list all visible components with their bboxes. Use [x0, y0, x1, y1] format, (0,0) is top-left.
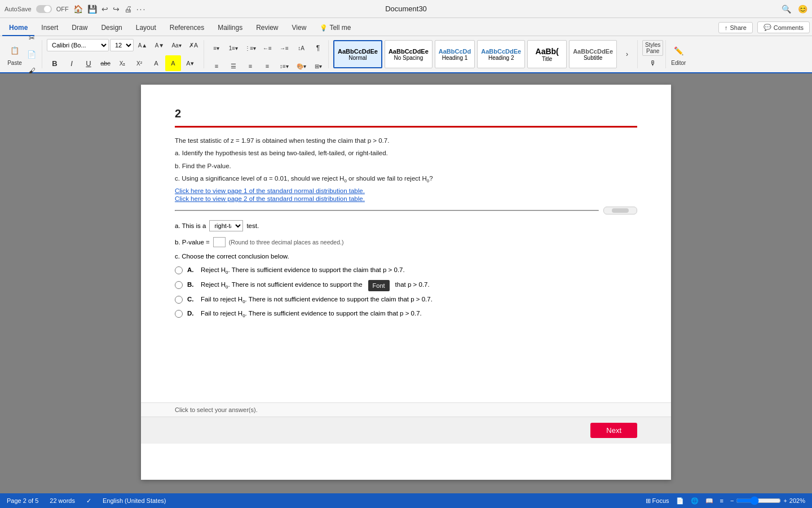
zoom-in-button[interactable]: + — [783, 497, 787, 504]
tab-references[interactable]: References — [163, 20, 211, 36]
text-effects-button[interactable]: A▾ — [182, 55, 198, 71]
style-subtitle[interactable]: AaBbCcDdEe Subtitle — [569, 40, 617, 68]
paragraph-group: ≡▾ 1≡▾ ⋮≡▾ ←≡ →≡ ↕A ¶ ≡ ☰ ≡ ≡ ↕≡▾ 🎨▾ ⊞▾ — [206, 40, 329, 68]
strikethrough-button[interactable]: abc — [98, 55, 113, 71]
toolbar: 📋 Paste ✂ 📄 🖌 Calibri (Bo... 12 A▲ A▼ Aa… — [0, 36, 812, 73]
styles-chevron[interactable]: › — [619, 46, 635, 62]
numbering-button[interactable]: 1≡▾ — [226, 40, 241, 56]
radio-a[interactable] — [175, 266, 183, 274]
spelling-check-icon[interactable]: ✓ — [86, 497, 91, 505]
save-icon[interactable]: 💾 — [87, 5, 97, 14]
style-no-spacing[interactable]: AaBbCcDdEe No Spacing — [385, 40, 433, 68]
autosave-off-label: OFF — [56, 6, 69, 12]
share-button[interactable]: ↑ Share — [718, 22, 753, 33]
option-b[interactable]: B. Reject H0. There is not sufficient ev… — [175, 280, 637, 292]
home-icon[interactable]: 🏠 — [73, 5, 83, 14]
bold-button[interactable]: B — [47, 55, 63, 71]
search-icon[interactable]: 🔍 — [782, 5, 791, 14]
autosave-label: AutoSave — [5, 6, 32, 12]
style-title[interactable]: AaBb( Title — [527, 40, 567, 68]
option-d-text: Fail to reject H0. There is sufficient e… — [201, 309, 422, 319]
focus-button[interactable]: ⊞ Focus — [646, 497, 669, 505]
part-a-label: a. This is a — [175, 222, 206, 229]
web-layout-button[interactable]: 🌐 — [691, 497, 699, 505]
document-page: 2 The test statistic of z = 1.97 is obta… — [141, 85, 671, 480]
zoom-out-button[interactable]: − — [730, 497, 734, 504]
justify-button[interactable]: ≡ — [259, 58, 275, 74]
styles-pane-button[interactable]: Styles Pane — [642, 40, 663, 56]
p-value-input[interactable] — [213, 237, 226, 247]
option-a[interactable]: A. Reject H0. There is sufficient eviden… — [175, 265, 637, 276]
editing-group: Styles Pane 🎙 — [640, 40, 666, 68]
click-to-select: Click to select your answer(s). — [141, 402, 671, 417]
change-case-button[interactable]: Aa▾ — [169, 37, 184, 53]
page-info: Page 2 of 5 — [7, 497, 38, 504]
font-color-button[interactable]: A — [148, 55, 164, 71]
decrease-indent-button[interactable]: ←≡ — [259, 40, 275, 56]
zoom-slider[interactable] — [736, 496, 781, 505]
test-type-dropdown[interactable]: right-tailed left-tailed two-tailed — [209, 220, 243, 231]
align-left-button[interactable]: ≡ — [209, 58, 224, 74]
editor-button[interactable]: ✏️ — [670, 43, 686, 59]
zoom-control: − + 202% — [730, 496, 805, 505]
tab-layout[interactable]: Layout — [129, 20, 163, 36]
increase-indent-button[interactable]: →≡ — [276, 40, 292, 56]
grow-font-button[interactable]: A▲ — [135, 37, 151, 53]
cut-button[interactable]: ✂ — [24, 30, 39, 46]
tab-tell-me[interactable]: 💡 Tell me — [313, 20, 358, 36]
autosave-toggle[interactable] — [36, 5, 52, 13]
tab-mailings[interactable]: Mailings — [211, 20, 249, 36]
table-link-2[interactable]: Click here to view page 2 of the standar… — [175, 195, 637, 202]
user-icon[interactable]: 😊 — [798, 5, 807, 14]
shading-button[interactable]: 🎨▾ — [293, 58, 309, 74]
align-center-button[interactable]: ☰ — [226, 58, 241, 74]
style-heading1[interactable]: AaBbCcDd Heading 1 — [435, 40, 475, 68]
sort-button[interactable]: ↕A — [293, 40, 309, 56]
undo-icon[interactable]: ↩ — [102, 5, 108, 14]
dictate-button[interactable]: 🎙 — [645, 58, 661, 68]
main-area: 2 The test statistic of z = 1.97 is obta… — [0, 73, 812, 493]
tab-review[interactable]: Review — [249, 20, 285, 36]
shrink-font-button[interactable]: A▼ — [152, 37, 167, 53]
next-button[interactable]: Next — [590, 423, 637, 438]
radio-d[interactable] — [175, 310, 183, 318]
problem-statement: The test statistic of z = 1.97 is obtain… — [175, 135, 637, 146]
comments-button[interactable]: 💬 Comments — [757, 21, 810, 33]
option-d[interactable]: D. Fail to reject H0. There is sufficien… — [175, 309, 637, 319]
font-size-select[interactable]: 12 — [110, 39, 134, 51]
more-icon[interactable]: ··· — [136, 5, 147, 14]
paste-button[interactable]: 📋 — [7, 43, 23, 59]
read-mode-button[interactable]: 📖 — [705, 497, 713, 505]
copy-button[interactable]: 📄 — [24, 46, 39, 62]
underline-button[interactable]: U — [81, 55, 96, 71]
radio-b[interactable] — [175, 281, 183, 289]
radio-c[interactable] — [175, 296, 183, 304]
option-c[interactable]: C. Fail to reject H0. There is not suffi… — [175, 295, 637, 305]
italic-button[interactable]: I — [64, 55, 80, 71]
bullets-button[interactable]: ≡▾ — [209, 40, 224, 56]
style-normal[interactable]: AaBbCcDdEe Normal — [333, 40, 382, 68]
title-bar-left: AutoSave OFF 🏠 💾 ↩ ↪ 🖨 ··· — [5, 5, 146, 14]
tab-design[interactable]: Design — [94, 20, 129, 36]
immersive-reader-button[interactable]: ≡ — [720, 497, 723, 504]
tab-draw[interactable]: Draw — [65, 20, 94, 36]
borders-button[interactable]: ⊞▾ — [310, 58, 326, 74]
clear-formatting-button[interactable]: ✗A — [186, 37, 201, 53]
font-name-select[interactable]: Calibri (Bo... — [47, 39, 109, 51]
superscript-button[interactable]: X² — [131, 55, 147, 71]
highlight-button[interactable]: A — [165, 55, 181, 71]
multilevel-list-button[interactable]: ⋮≡▾ — [242, 40, 258, 56]
language: English (United States) — [103, 497, 166, 504]
print-layout-button[interactable]: 📄 — [676, 497, 684, 505]
style-heading2[interactable]: AaBbCcDdEe Heading 2 — [477, 40, 525, 68]
line-spacing-button[interactable]: ↕≡▾ — [276, 58, 292, 74]
paragraph-marks-button[interactable]: ¶ — [310, 40, 326, 56]
option-b-text-end: that p > 0.7. — [395, 280, 430, 290]
table-link-1[interactable]: Click here to view page 1 of the standar… — [175, 187, 637, 194]
align-right-button[interactable]: ≡ — [242, 58, 258, 74]
subscript-button[interactable]: X₂ — [114, 55, 130, 71]
print-icon[interactable]: 🖨 — [124, 5, 132, 14]
tab-view[interactable]: View — [285, 20, 314, 36]
redo-icon[interactable]: ↪ — [113, 5, 120, 14]
next-row: Next — [141, 417, 671, 444]
